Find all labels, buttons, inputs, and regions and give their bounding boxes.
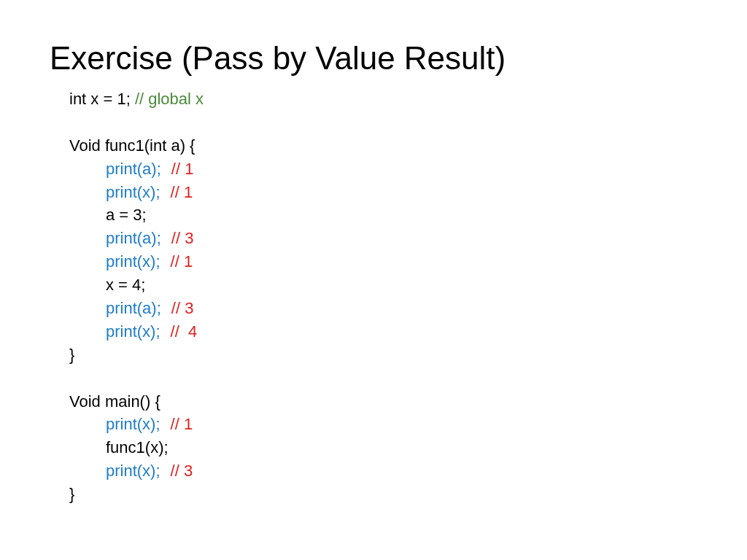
blank-line: [69, 367, 747, 390]
code-line: print(x);// 1: [69, 250, 747, 273]
code-block: int x = 1; // global x Void func1(int a)…: [0, 77, 747, 506]
print-call: print(x);: [106, 415, 160, 433]
print-call: print(x);: [106, 252, 160, 271]
print-call: print(x);: [106, 462, 160, 480]
slide: Exercise (Pass by Value Result) int x = …: [0, 0, 747, 560]
result-comment: // 1: [171, 183, 193, 201]
slide-title: Exercise (Pass by Value Result): [0, 0, 747, 77]
result-comment: // 1: [171, 415, 193, 433]
result-comment: // 1: [171, 160, 194, 178]
code-line: int x = 1; // global x: [69, 88, 747, 111]
code-line: print(x);// 1: [69, 413, 747, 436]
result-comment: // 3: [171, 462, 193, 480]
result-comment: // 1: [171, 252, 193, 271]
print-call: print(x);: [106, 322, 160, 341]
code-line: a = 3;: [69, 203, 747, 227]
code-line: }: [69, 483, 747, 506]
code-line: Void main() {: [69, 390, 747, 413]
print-call: print(a);: [106, 229, 161, 247]
result-comment: // 3: [171, 299, 194, 317]
print-call: print(x);: [106, 183, 160, 201]
code-line: print(x);// 1: [69, 181, 747, 204]
result-comment: // 4: [171, 322, 198, 341]
code-line: print(a);// 3: [69, 297, 747, 320]
code-line: x = 4;: [69, 273, 747, 297]
comment-text: // global x: [135, 90, 204, 108]
print-call: print(a);: [106, 299, 161, 317]
blank-line: [69, 111, 747, 134]
code-line: Void func1(int a) {: [69, 134, 747, 158]
code-line: print(x);// 4: [69, 320, 747, 343]
code-line: print(a);// 3: [69, 227, 747, 250]
code-line: func1(x);: [69, 436, 747, 459]
code-line: print(a);// 1: [69, 158, 747, 181]
result-comment: // 3: [171, 229, 194, 247]
code-line: print(x);// 3: [69, 459, 747, 483]
code-line: }: [69, 343, 747, 367]
print-call: print(a);: [106, 160, 161, 178]
